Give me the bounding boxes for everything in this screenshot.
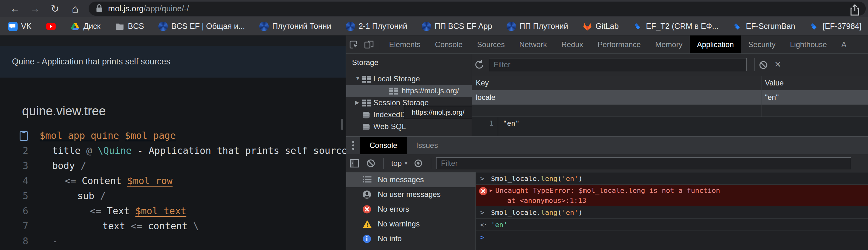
error-icon bbox=[363, 205, 371, 215]
expand-arrow-icon[interactable]: ▶ bbox=[355, 99, 359, 106]
refresh-icon[interactable] bbox=[474, 60, 484, 71]
console-filter-info[interactable]: No info bbox=[346, 231, 475, 246]
forward-icon[interactable]: → bbox=[28, 0, 42, 17]
console-token: ) bbox=[578, 175, 582, 183]
swirl-icon bbox=[259, 22, 269, 31]
code-line: 2title @ \Quine - Application that print… bbox=[0, 143, 346, 158]
code-text: - bbox=[52, 234, 58, 249]
bookmark-item[interactable]: BCS EF | Общая и... bbox=[158, 22, 245, 31]
console-filter-error[interactable]: No errors bbox=[346, 202, 475, 217]
bookmark-item[interactable]: ПП BCS EF App bbox=[422, 22, 492, 31]
bookmark-item[interactable]: ПП Плутоний bbox=[506, 22, 568, 31]
devtools-tab-sources[interactable]: Sources bbox=[470, 35, 512, 53]
more-options-icon[interactable] bbox=[346, 140, 360, 151]
page-header: Quine - Application that prints self sou… bbox=[0, 46, 346, 77]
expand-arrow-icon[interactable]: ▶ bbox=[490, 187, 492, 193]
bookmark-item[interactable]: EF-ScrumBan bbox=[733, 22, 795, 31]
web-page: Quine - Application that prints self sou… bbox=[0, 35, 346, 250]
bookmark-item[interactable]: [EF-37984] bbox=[810, 22, 861, 31]
mol-class-link[interactable]: $mol_app_quine bbox=[40, 130, 119, 141]
bookmark-item[interactable]: Диск bbox=[70, 22, 100, 31]
devtools-tab-performance[interactable]: Performance bbox=[590, 35, 648, 53]
console-filter-user[interactable]: No user messages bbox=[346, 187, 475, 202]
share-icon[interactable] bbox=[849, 4, 860, 18]
storage-grid-row[interactable]: locale"en" bbox=[472, 90, 868, 104]
mol-class-link[interactable]: $mol_text bbox=[135, 206, 187, 216]
console-filter-warning[interactable]: No warnings bbox=[346, 217, 475, 231]
key-column-header[interactable]: Key bbox=[476, 79, 489, 87]
mol-class-link[interactable]: $mol_page bbox=[125, 130, 176, 141]
devtools-tab-application[interactable]: Application bbox=[690, 35, 741, 53]
console-prompt[interactable]: > bbox=[476, 231, 868, 243]
bookmark-item[interactable] bbox=[46, 22, 56, 31]
code-token: sub bbox=[77, 190, 100, 201]
delete-all-icon[interactable] bbox=[758, 60, 768, 71]
storage-tree-item[interactable]: https://mol.js.org/ bbox=[346, 85, 472, 97]
devtools-tab-security[interactable]: Security bbox=[741, 35, 783, 53]
execution-context-selector[interactable]: top bbox=[391, 159, 402, 168]
bookmark-item[interactable]: BCS bbox=[115, 22, 144, 31]
page-scrollbar[interactable] bbox=[341, 119, 343, 130]
page-top-strip bbox=[0, 35, 346, 46]
devtools-tab-network[interactable]: Network bbox=[512, 35, 554, 53]
console-error-message: ▶Uncaught TypeError: $mol_locale.leng is… bbox=[476, 185, 868, 206]
console-token: 'en' bbox=[562, 175, 578, 183]
code-token: body bbox=[52, 160, 81, 171]
code-text: $mol_app_quine $mol_page bbox=[40, 128, 176, 143]
back-icon[interactable]: ← bbox=[8, 0, 22, 17]
storage-tree-item[interactable]: Web SQL bbox=[346, 121, 472, 133]
console-text: 'en' bbox=[491, 221, 507, 229]
console-filter-input[interactable] bbox=[436, 157, 851, 169]
user-icon bbox=[363, 190, 371, 201]
address-bar[interactable]: mol.js.org/app/quine/-/ bbox=[89, 2, 866, 16]
delete-selected-icon[interactable]: ✕ bbox=[774, 60, 781, 69]
devtools-tab-redux[interactable]: Redux bbox=[554, 35, 590, 53]
bookmark-item[interactable]: GitLab bbox=[583, 22, 619, 31]
console-sidebar-toggle-icon[interactable] bbox=[346, 159, 363, 168]
preview-line-number: 1 bbox=[489, 119, 493, 127]
bookmark-item[interactable]: 2-1 Плутоний bbox=[346, 22, 407, 31]
toolbar-divider bbox=[383, 158, 384, 169]
code-token: \ bbox=[193, 220, 199, 231]
devtools-tabbar: ElementsConsoleSourcesNetworkReduxPerfor… bbox=[346, 35, 868, 54]
storage-tree-label: https://mol.js.org/ bbox=[402, 86, 459, 95]
reload-icon[interactable]: ↻ bbox=[48, 0, 62, 17]
mol-class-link[interactable]: $mol_row bbox=[127, 175, 173, 186]
console-input-echo: >$mol_locale.lang('en') bbox=[476, 206, 868, 219]
storage-tree-item[interactable]: ▼Local Storage bbox=[346, 73, 472, 85]
swirl-icon bbox=[506, 22, 516, 31]
console-sidebar: No messagesNo user messagesNo errorsNo w… bbox=[346, 173, 476, 250]
line-number: 7 bbox=[9, 219, 28, 234]
devtools-tab-memory[interactable]: Memory bbox=[648, 35, 690, 53]
devtools-tab-a[interactable]: A bbox=[834, 35, 854, 53]
home-icon[interactable]: ⌂ bbox=[68, 0, 82, 17]
prompt-chevron-icon: > bbox=[480, 233, 484, 241]
live-expression-eye-icon[interactable] bbox=[410, 159, 427, 167]
value-preview-pane: 1 "en" bbox=[472, 117, 868, 136]
bookmark-item[interactable]: Плутоний Тонни bbox=[259, 22, 331, 31]
devtools-tab-elements[interactable]: Elements bbox=[382, 35, 428, 53]
database-icon bbox=[362, 123, 370, 133]
bookmark-item[interactable]: EF_T2 (CRM в ЕФ... bbox=[633, 22, 719, 31]
devtools-tab-lighthouse[interactable]: Lighthouse bbox=[783, 35, 834, 53]
value-column-header[interactable]: Value bbox=[765, 79, 784, 87]
console-filter-list[interactable]: No messages bbox=[346, 173, 475, 187]
console-filter-label: No errors bbox=[378, 205, 409, 214]
code-token: / bbox=[81, 160, 86, 171]
storage-filter-input[interactable] bbox=[489, 58, 747, 71]
preview-value: "en" bbox=[503, 119, 520, 127]
empty-grid-row[interactable] bbox=[472, 104, 868, 117]
code-token: Text bbox=[101, 206, 135, 216]
console-drawer-tab-issues[interactable]: Issues bbox=[407, 136, 447, 154]
console-drawer-tab-console[interactable]: Console bbox=[360, 136, 407, 154]
error-stack-frame[interactable]: at <anonymous>:1:13 bbox=[507, 197, 586, 205]
bookmark-item[interactable]: VK bbox=[8, 22, 31, 31]
inspect-element-icon[interactable] bbox=[346, 35, 362, 53]
device-toolbar-icon[interactable] bbox=[362, 35, 376, 53]
collapse-arrow-icon[interactable]: ▼ bbox=[355, 75, 361, 82]
lock-icon bbox=[96, 4, 103, 14]
toolbar-divider bbox=[431, 158, 431, 169]
devtools-tab-console[interactable]: Console bbox=[428, 35, 470, 53]
clear-console-icon[interactable] bbox=[363, 159, 379, 168]
code-block: $mol_app_quine $mol_page2title @ \Quine … bbox=[0, 128, 346, 249]
